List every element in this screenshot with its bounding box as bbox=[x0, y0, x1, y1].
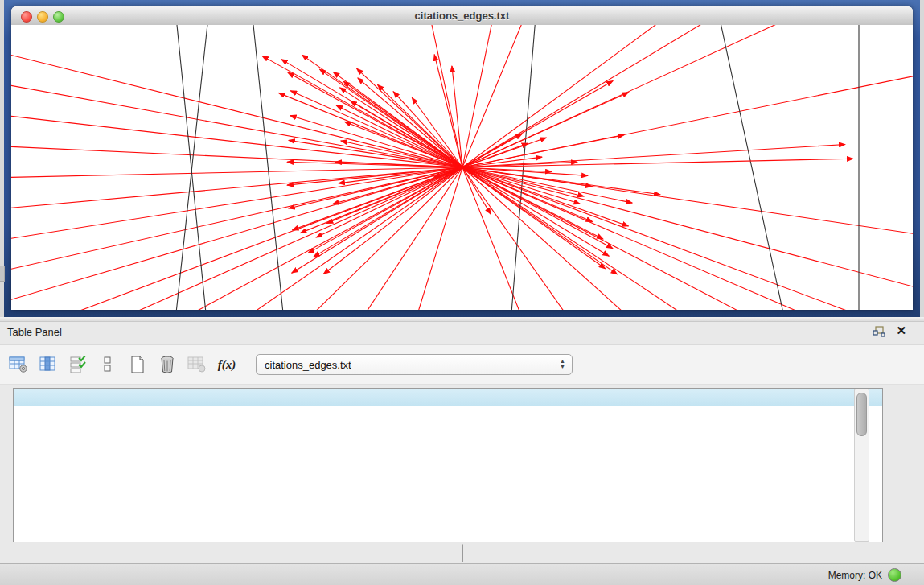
network-edge bbox=[290, 116, 462, 167]
network-edge bbox=[292, 167, 462, 230]
network-edge bbox=[288, 72, 462, 167]
network-edge bbox=[462, 167, 613, 249]
select-columns-check-icon[interactable] bbox=[67, 353, 89, 376]
function-builder-icon[interactable]: f(x) bbox=[216, 353, 238, 376]
memory-status-label: Memory: OK bbox=[828, 570, 882, 581]
node-table bbox=[13, 388, 883, 542]
import-table-disabled-icon bbox=[186, 353, 208, 376]
table-tabs bbox=[0, 544, 924, 563]
delete-table-icon[interactable] bbox=[156, 353, 179, 376]
table-scrollbar[interactable] bbox=[854, 389, 869, 542]
network-edge bbox=[462, 167, 888, 310]
table-panel-titlebar: Table Panel ✕ bbox=[0, 321, 924, 343]
table-selector-value: citations_edges.txt bbox=[257, 359, 351, 371]
network-edge bbox=[462, 167, 913, 290]
network-edge bbox=[11, 81, 462, 167]
memory-ok-indicator-icon[interactable] bbox=[888, 568, 901, 582]
close-panel-icon[interactable]: ✕ bbox=[896, 323, 906, 338]
new-table-icon[interactable] bbox=[126, 353, 149, 376]
network-window-titlebar[interactable]: citations_edges.txt bbox=[11, 6, 913, 26]
table-panel-title: Table Panel bbox=[7, 326, 62, 338]
network-edge bbox=[43, 167, 462, 310]
network-edge bbox=[462, 25, 494, 167]
table-column-icon[interactable] bbox=[37, 353, 60, 376]
status-bar: Memory: OK bbox=[0, 563, 924, 585]
table-header-row bbox=[14, 389, 882, 406]
cytoscape-app: citations_edges.txt Table Panel ✕ bbox=[0, 0, 924, 585]
network-edge bbox=[176, 25, 206, 310]
rows-icon[interactable] bbox=[97, 353, 119, 376]
network-edge bbox=[462, 93, 629, 167]
network-edge bbox=[462, 25, 799, 167]
network-window: citations_edges.txt bbox=[11, 6, 913, 310]
table-settings-icon[interactable] bbox=[7, 353, 30, 376]
network-view-frame: citations_edges.txt bbox=[0, 0, 924, 317]
network-edge bbox=[290, 91, 462, 167]
table-selector-dropdown[interactable]: citations_edges.txt ▲▼ bbox=[256, 354, 573, 375]
network-edge bbox=[413, 167, 462, 310]
table-panel: Table Panel ✕ bbox=[0, 317, 924, 563]
network-edge bbox=[719, 25, 783, 310]
dropdown-stepper-icon: ▲▼ bbox=[560, 358, 565, 369]
network-edge bbox=[452, 66, 462, 167]
collapse-handle-icon[interactable] bbox=[0, 266, 5, 282]
network-edge bbox=[462, 80, 613, 167]
network-edge bbox=[462, 167, 574, 310]
network-canvas[interactable] bbox=[11, 25, 913, 310]
network-edge bbox=[253, 25, 283, 310]
network-edge bbox=[292, 167, 462, 273]
network-window-title: citations_edges.txt bbox=[11, 10, 913, 22]
table-toolbar: f(x) citations_edges.txt ▲▼ bbox=[0, 344, 924, 385]
table-scrollbar-thumb[interactable] bbox=[856, 393, 867, 436]
float-panel-icon[interactable] bbox=[873, 326, 885, 337]
network-edge bbox=[511, 25, 536, 310]
right-panel-divider[interactable] bbox=[920, 0, 924, 317]
network-edge bbox=[462, 25, 526, 167]
network-edge bbox=[11, 167, 462, 307]
network-edge bbox=[336, 105, 462, 167]
network-edge bbox=[172, 167, 462, 310]
table-body bbox=[14, 406, 882, 542]
